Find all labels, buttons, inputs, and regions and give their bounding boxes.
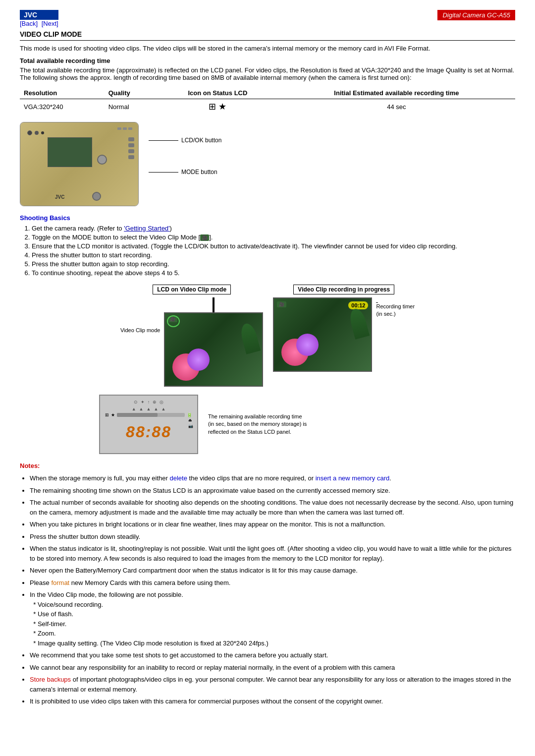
- step-1: Get the camera ready. (Refer to 'Getting…: [32, 225, 515, 232]
- camera-model-badge: Digital Camera GC-A55: [437, 10, 515, 20]
- lcd-diagrams-row: LCD on Video Clip mode Video Clip mode 🎥: [20, 285, 515, 387]
- lcd-screen-left: 🎥: [164, 312, 263, 387]
- lcd-ok-label: LCD/OK button: [149, 137, 221, 144]
- lcd-diagram-left: LCD on Video Clip mode Video Clip mode 🎥: [120, 285, 264, 387]
- back-link[interactable]: [Back]: [20, 20, 38, 27]
- note-item-1: When the storage memory is full, you may…: [30, 473, 515, 483]
- lcd-diagram-left-title: LCD on Video Clip mode: [153, 285, 231, 294]
- video-mode-icon-right: 🎥: [277, 301, 286, 307]
- notes-section: Notes: When the storage memory is full, …: [20, 462, 515, 706]
- format-link[interactable]: format: [51, 579, 69, 586]
- nav-links[interactable]: [Back] [Next]: [20, 20, 58, 27]
- notes-list: When the storage memory is full, you may…: [30, 473, 515, 706]
- note-item-3: The actual number of seconds available f…: [30, 498, 515, 517]
- note-item-6: When the status indicator is lit, shooti…: [30, 544, 515, 563]
- note-item-10: We recommend that you take some test sho…: [30, 650, 515, 660]
- lcd-diagram-right: Video Clip recording in progress 🎥 00:12…: [273, 285, 415, 372]
- cell-resolution: VGA:320*240: [20, 99, 105, 115]
- step-4: Press the shutter button to start record…: [32, 251, 515, 259]
- mode-icon: 🎥: [200, 234, 209, 241]
- jvc-logo: JVC: [20, 10, 58, 20]
- page-title: VIDEO CLIP MODE: [20, 30, 515, 41]
- page-header: JVC [Back] [Next] Digital Camera GC-A55: [20, 10, 515, 28]
- note-item-11: We cannot bear any responsibility for an…: [30, 663, 515, 673]
- status-lcd-section: ⊙ ✦ ↑ ⊕ ◎ ▲ ▲ ▲ ▲ ▲ ⊞ ★ 🔋 ⏏ 📷 88: [99, 395, 515, 454]
- lcd-screen-right: 🎥 00:12: [273, 297, 372, 372]
- recording-timer-label: Recording timer(in sec.): [376, 297, 415, 318]
- notes-heading: Notes:: [20, 462, 515, 469]
- recording-timer: 00:12: [348, 301, 368, 309]
- note-item-4: When you take pictures in bright locatio…: [30, 520, 515, 529]
- cell-time: 44 sec: [278, 99, 515, 115]
- note-item-7: Never open the Battery/Memory Card compa…: [30, 566, 515, 576]
- table-row: VGA:320*240 Normal ⊞ ★ 44 sec: [20, 99, 515, 115]
- note-item-13: It is prohibited to use video clips take…: [30, 697, 515, 706]
- step-2: Toggle on the MODE button to select the …: [32, 233, 515, 241]
- status-lcd: ⊙ ✦ ↑ ⊕ ◎ ▲ ▲ ▲ ▲ ▲ ⊞ ★ 🔋 ⏏ 📷 88: [99, 395, 198, 454]
- camera-diagram: JVC LCD/OK button MODE button: [20, 122, 515, 206]
- note-item-12: Store backups of important photographs/v…: [30, 675, 515, 694]
- next-link[interactable]: [Next]: [42, 20, 58, 27]
- recording-table: Resolution Quality Icon on Status LCD In…: [20, 87, 515, 114]
- total-recording-heading: Total available recording time: [20, 57, 515, 64]
- col-header-icon: Icon on Status LCD: [158, 87, 278, 99]
- total-recording-body: The total available recording time (appr…: [20, 66, 515, 81]
- cell-icon: ⊞ ★: [158, 99, 278, 115]
- note-item-8: Please format new Memory Cards with this…: [30, 578, 515, 588]
- mode-label: MODE button: [149, 169, 221, 175]
- status-lcd-timer: 88:88: [126, 423, 171, 441]
- shooting-basics-list: Get the camera ready. (Refer to 'Getting…: [32, 225, 515, 277]
- insert-memory-card-link[interactable]: insert a new memory card: [316, 474, 390, 482]
- delete-link[interactable]: delete: [170, 474, 187, 482]
- status-lcd-description: The remaining available recording time (…: [208, 413, 307, 436]
- step-6: To continue shooting, repeat the above s…: [32, 269, 515, 277]
- step-5: Press the shutter button again to stop r…: [32, 260, 515, 268]
- col-header-time: Initial Estimated available recording ti…: [278, 87, 515, 99]
- note-item-9: In the Video Clip mode, the following ar…: [30, 590, 515, 648]
- video-clip-mode-label: Video Clip mode: [120, 297, 160, 333]
- shooting-basics-heading: Shooting Basics: [20, 214, 515, 222]
- header-left: JVC [Back] [Next]: [20, 10, 58, 28]
- col-header-resolution: Resolution: [20, 87, 105, 99]
- note-item-5: Press the shutter button down steadily.: [30, 532, 515, 542]
- camera-body: JVC: [20, 122, 138, 206]
- lcd-diagram-right-title: Video Clip recording in progress: [293, 285, 394, 294]
- step-3: Ensure that the LCD monitor is activated…: [32, 242, 515, 250]
- col-header-quality: Quality: [105, 87, 158, 99]
- store-backups-link[interactable]: Store backups: [30, 676, 71, 683]
- cell-quality: Normal: [105, 99, 158, 115]
- getting-started-link[interactable]: 'Getting Started': [124, 225, 169, 232]
- intro-text: This mode is used for shooting video cli…: [20, 45, 515, 52]
- camera-image: JVC: [20, 122, 139, 206]
- note-item-2: The remaining shooting time shown on the…: [30, 486, 515, 496]
